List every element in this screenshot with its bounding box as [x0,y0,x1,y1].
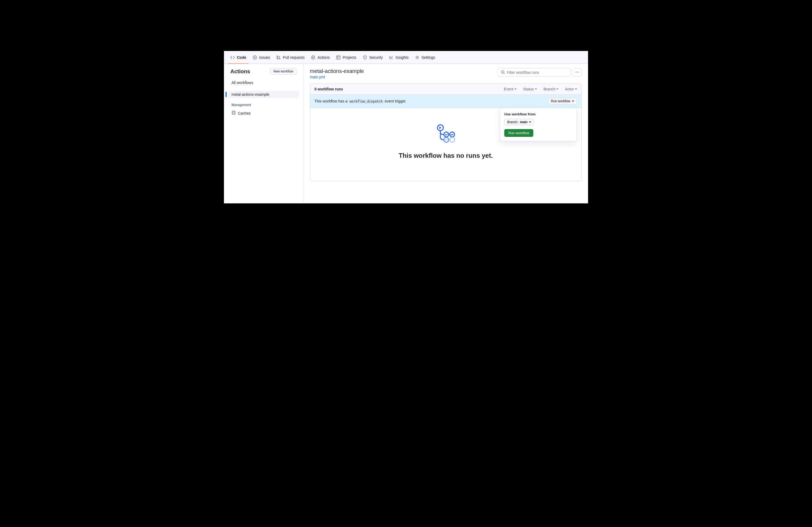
popover-title: Use workflow from [504,112,572,116]
svg-point-1 [255,57,255,58]
gear-icon [415,55,419,60]
tab-label: Actions [317,55,330,60]
svg-point-2 [277,56,278,57]
tab-pull-requests[interactable]: Pull requests [274,51,307,64]
svg-point-17 [445,139,446,140]
dispatch-message: This workflow has a workflow_dispatch ev… [315,99,406,103]
new-workflow-button[interactable]: New workflow [270,68,297,75]
svg-rect-6 [337,56,340,59]
chevron-down-icon [514,89,517,90]
pull-request-icon [276,55,280,60]
graph-icon [389,55,393,60]
svg-point-15 [450,132,454,137]
filter-status[interactable]: Status [523,87,537,91]
filter-actor[interactable]: Actor [565,87,577,91]
chevron-down-icon [575,89,577,90]
chevron-down-icon [572,101,574,102]
chevron-down-icon [556,89,559,90]
runs-panel-header: 0 workflow runs Event Status Branch Acto… [310,84,581,95]
search-icon [501,70,505,75]
svg-point-7 [417,57,418,58]
runs-count: 0 workflow runs [315,87,343,91]
sidebar-header: Actions New workflow [228,68,299,75]
run-workflow-submit-button[interactable]: Run workflow [504,129,533,137]
svg-point-14 [444,132,449,137]
tab-code[interactable]: Code [228,51,248,64]
svg-point-12 [578,72,579,73]
filter-event[interactable]: Event [504,87,517,91]
tab-settings[interactable]: Settings [413,51,437,64]
empty-title: This workflow has no runs yet. [316,152,576,160]
tab-projects[interactable]: Projects [334,51,359,64]
tab-actions[interactable]: Actions [309,51,332,64]
sidebar-all-workflows[interactable]: All workflows [228,79,299,86]
workflow-title: metal-actions-example [310,68,364,74]
projects-icon [336,55,340,60]
database-icon [231,110,236,116]
svg-point-5 [311,56,315,59]
svg-point-4 [279,58,280,59]
run-workflow-popover: Use workflow from Branch: main Run workf… [500,108,577,141]
sidebar-caches[interactable]: Caches [228,109,299,117]
dispatch-trigger-code: workflow_dispatch [349,99,384,104]
actions-sidebar: Actions New workflow All workflows metal… [224,64,303,204]
sidebar-item-label: Caches [238,111,250,115]
app-window: Code Issues Pull requests Actions Projec… [224,51,588,204]
tab-label: Insights [395,55,408,60]
repo-nav: Code Issues Pull requests Actions Projec… [224,51,588,64]
svg-point-16 [444,137,449,142]
kebab-icon [575,70,579,75]
svg-point-10 [576,72,577,73]
tab-label: Issues [259,55,270,60]
runs-panel: 0 workflow runs Event Status Branch Acto… [310,84,582,181]
more-options-button[interactable] [573,68,582,77]
tab-label: Pull requests [283,55,305,60]
main-header: metal-actions-example main.yml [310,68,582,79]
body-layout: Actions New workflow All workflows metal… [224,64,588,204]
tab-issues[interactable]: Issues [250,51,272,64]
filter-runs-input[interactable] [507,70,568,75]
svg-point-8 [232,111,235,112]
workflow-dispatch-bar: This workflow has a workflow_dispatch ev… [310,95,581,108]
code-icon [230,55,235,60]
svg-point-19 [450,137,454,142]
tab-label: Security [369,55,383,60]
chevron-down-icon [535,89,537,90]
svg-point-3 [277,58,278,59]
sidebar-title: Actions [230,69,250,75]
play-icon [311,55,315,60]
svg-point-11 [577,72,578,73]
filter-runs-search[interactable] [498,68,571,77]
branch-select-button[interactable]: Branch: main [504,119,534,125]
tab-security[interactable]: Security [361,51,385,64]
tab-label: Code [237,55,246,60]
run-workflow-dropdown-button[interactable]: Run workflow [548,98,577,104]
tab-label: Projects [343,55,356,60]
chevron-down-icon [529,122,531,123]
filter-branch[interactable]: Branch [543,87,559,91]
workflow-illustration-icon [435,124,456,146]
runs-filter-group: Event Status Branch Actor [504,87,577,91]
svg-point-0 [253,56,257,59]
sidebar-workflow-item[interactable]: metal-actions-example [228,91,299,98]
issue-icon [253,55,257,60]
shield-icon [363,55,367,60]
main-content: metal-actions-example main.yml 0 workflo… [303,64,588,204]
tab-insights[interactable]: Insights [387,51,410,64]
workflow-file-link[interactable]: main.yml [310,75,364,79]
svg-point-18 [447,139,448,140]
sidebar-section-management: Management [228,99,299,108]
tab-label: Settings [422,55,435,60]
svg-point-9 [501,71,504,73]
